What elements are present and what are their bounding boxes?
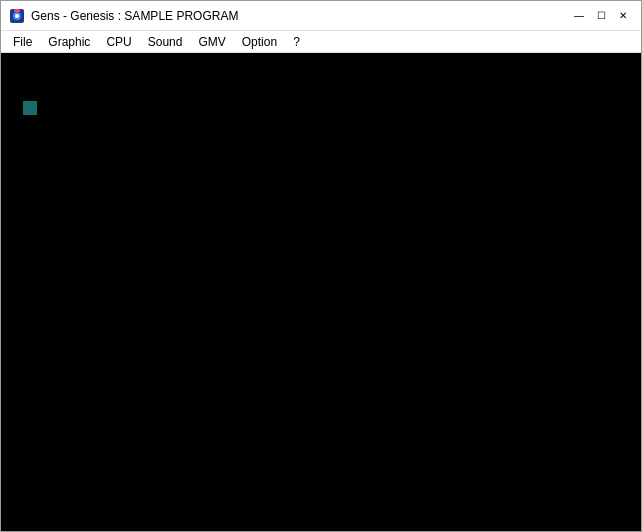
menu-item-file[interactable]: File: [5, 31, 40, 52]
window-title: Gens - Genesis : SAMPLE PROGRAM: [31, 9, 238, 23]
menu-bar: File Graphic CPU Sound GMV Option ?: [1, 31, 641, 53]
canvas-artifact: [23, 101, 37, 115]
svg-point-2: [15, 14, 19, 18]
title-bar-controls: — ☐ ✕: [569, 6, 633, 26]
menu-item-sound[interactable]: Sound: [140, 31, 191, 52]
main-window: Gens - Genesis : SAMPLE PROGRAM — ☐ ✕ Fi…: [0, 0, 642, 532]
menu-item-graphic[interactable]: Graphic: [40, 31, 98, 52]
app-icon: [9, 8, 25, 24]
close-button[interactable]: ✕: [613, 6, 633, 26]
menu-item-cpu[interactable]: CPU: [98, 31, 139, 52]
emulator-canvas[interactable]: [1, 53, 641, 531]
title-bar-left: Gens - Genesis : SAMPLE PROGRAM: [9, 8, 238, 24]
maximize-button[interactable]: ☐: [591, 6, 611, 26]
menu-item-gmv[interactable]: GMV: [190, 31, 233, 52]
menu-item-option[interactable]: Option: [234, 31, 285, 52]
title-bar: Gens - Genesis : SAMPLE PROGRAM — ☐ ✕: [1, 1, 641, 31]
svg-rect-3: [14, 9, 20, 12]
menu-item-help[interactable]: ?: [285, 31, 308, 52]
minimize-button[interactable]: —: [569, 6, 589, 26]
